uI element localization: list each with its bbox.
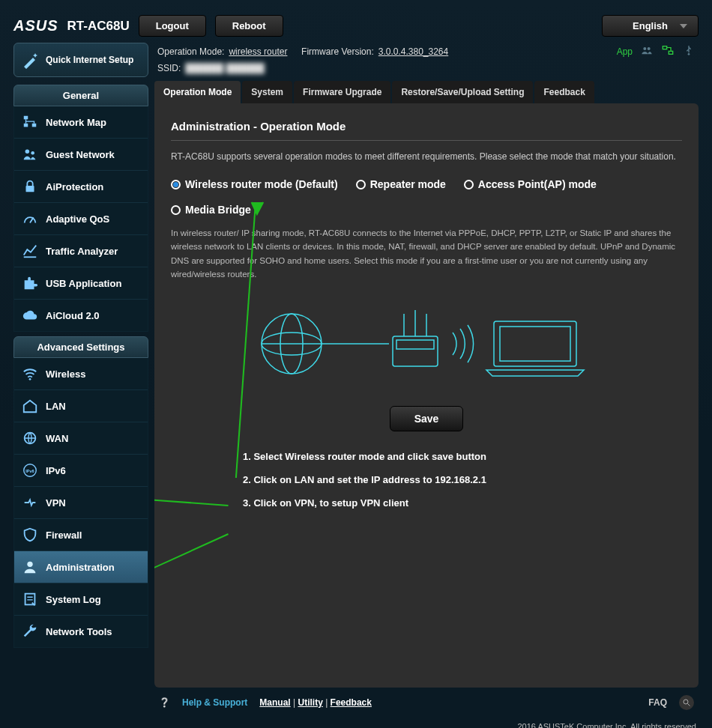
vpn-icon (22, 494, 38, 511)
save-button[interactable]: Save (390, 406, 464, 431)
net-status-icon[interactable] (661, 44, 675, 58)
svg-point-8 (29, 378, 31, 380)
radio-repeater-mode[interactable]: Repeater mode (356, 178, 446, 190)
fw-version[interactable]: 3.0.0.4.380_3264 (378, 46, 448, 57)
faq-search-button[interactable] (679, 695, 694, 710)
users-icon[interactable] (640, 44, 654, 58)
tab-system[interactable]: System (242, 81, 292, 103)
tutorial-annotations: 1. Select Wireless router mode and click… (171, 451, 682, 509)
svg-point-32 (684, 700, 688, 704)
home-icon (22, 398, 38, 414)
puzzle-icon (22, 275, 38, 291)
sidebar-item-firewall[interactable]: Firewall (14, 518, 148, 550)
sidebar-item-network-tools[interactable]: Network Tools (14, 615, 148, 647)
svg-rect-15 (669, 51, 672, 54)
svg-line-31 (154, 534, 229, 589)
sidebar-item-guest-network[interactable]: Guest Network (14, 138, 148, 170)
tab-feedback[interactable]: Feedback (534, 81, 594, 103)
radio-media-bridge[interactable]: Media Bridge (171, 204, 251, 216)
svg-rect-1 (24, 124, 28, 127)
reboot-button[interactable]: Reboot (215, 15, 283, 37)
cloud-icon (22, 307, 38, 324)
svg-rect-27 (494, 321, 576, 366)
sidebar-item-lan[interactable]: LAN (14, 389, 148, 422)
sidebar-item-administration[interactable]: Administration (14, 550, 148, 583)
svg-point-4 (31, 151, 34, 155)
mode-diagram (171, 295, 682, 392)
page-title: Administration - Operation Mode (171, 120, 682, 141)
lock-icon (22, 178, 38, 195)
sidebar-item-network-map[interactable]: Network Map (14, 106, 148, 138)
sidebar-item-system-log[interactable]: System Log (14, 583, 148, 615)
svg-rect-0 (24, 116, 28, 120)
manual-link[interactable]: Manual (259, 697, 290, 708)
section-advanced: Advanced Settings (13, 336, 148, 358)
sidebar-item-aiprotection[interactable]: AiProtection (14, 170, 148, 202)
log-icon (22, 591, 38, 607)
wrench-icon (22, 623, 38, 640)
tab-operation-mode[interactable]: Operation Mode (154, 81, 241, 103)
svg-rect-28 (500, 327, 570, 361)
nav-advanced: Wireless LAN WAN IPv6 IPv6 VPN (13, 358, 148, 648)
app-link[interactable]: App (617, 46, 633, 57)
faq-label: FAQ (648, 697, 667, 708)
admin-icon (22, 559, 38, 575)
sidebar-item-wan[interactable]: WAN (14, 422, 148, 454)
sidebar-item-ipv6[interactable]: IPv6 IPv6 (14, 454, 148, 486)
svg-rect-26 (396, 340, 434, 349)
svg-point-16 (688, 53, 690, 55)
svg-rect-14 (663, 46, 666, 49)
brand-logo: ASUS (13, 17, 58, 34)
sidebar-item-aicloud[interactable]: AiCloud 2.0 (14, 299, 148, 331)
help-support-link[interactable]: Help & Support (182, 697, 247, 708)
page-description: RT-AC68U supports several operation mode… (171, 151, 682, 162)
status-meta: Operation Mode: wireless router Firmware… (154, 43, 699, 61)
svg-point-12 (27, 562, 32, 567)
svg-rect-5 (26, 186, 34, 192)
ipv6-icon: IPv6 (22, 462, 38, 479)
sidebar-item-usb-application[interactable]: USB Application (14, 267, 148, 299)
wifi-icon (22, 365, 38, 382)
network-map-icon (22, 114, 38, 130)
section-general: General (13, 85, 148, 106)
quick-internet-setup[interactable]: Quick Internet Setup (13, 43, 148, 77)
wand-icon (22, 51, 40, 69)
svg-rect-2 (32, 124, 37, 127)
footer: ❔ Help & Support Manual | Utility | Feed… (154, 688, 699, 718)
language-dropdown[interactable]: English (602, 15, 699, 37)
radio-ap-mode[interactable]: Access Point(AP) mode (464, 178, 597, 190)
gauge-icon (22, 210, 38, 227)
usb-status-icon[interactable] (682, 44, 696, 58)
globe-icon (22, 430, 38, 446)
tab-restore-save-upload[interactable]: Restore/Save/Upload Setting (392, 81, 533, 103)
svg-rect-25 (393, 336, 438, 366)
tab-firmware-upgrade[interactable]: Firmware Upgrade (294, 81, 390, 103)
utility-link[interactable]: Utility (298, 697, 322, 708)
nav-general: Network Map Guest Network AiProtection A… (13, 106, 148, 332)
mode-description: In wireless router/ IP sharing mode, RT-… (171, 226, 682, 282)
copyright: 2016 ASUSTeK Computer Inc. All rights re… (0, 718, 712, 728)
model-name: RT-AC68U (67, 19, 130, 34)
svg-point-3 (25, 150, 30, 154)
content-panel: Administration - Operation Mode RT-AC68U… (154, 103, 699, 688)
sidebar-item-adaptive-qos[interactable]: Adaptive QoS (14, 202, 148, 234)
guest-network-icon (22, 146, 38, 163)
feedback-link[interactable]: Feedback (331, 697, 372, 708)
sidebar-item-traffic-analyzer[interactable]: Traffic Analyzer (14, 234, 148, 267)
radio-wireless-router-mode[interactable]: Wireless router mode (Default) (171, 178, 338, 190)
op-mode-value[interactable]: wireless router (229, 46, 287, 57)
shield-icon (22, 527, 38, 543)
svg-text:IPv6: IPv6 (25, 469, 34, 473)
chart-icon (22, 243, 38, 259)
help-icon: ❔ (159, 697, 170, 708)
ssid-value: ██████ ██████ (185, 63, 264, 73)
sidebar-item-wireless[interactable]: Wireless (14, 358, 148, 389)
admin-tabs: Operation Mode System Firmware Upgrade R… (154, 81, 699, 103)
logout-button[interactable]: Logout (139, 15, 206, 37)
sidebar-item-vpn[interactable]: VPN (14, 486, 148, 518)
svg-line-33 (688, 704, 690, 706)
